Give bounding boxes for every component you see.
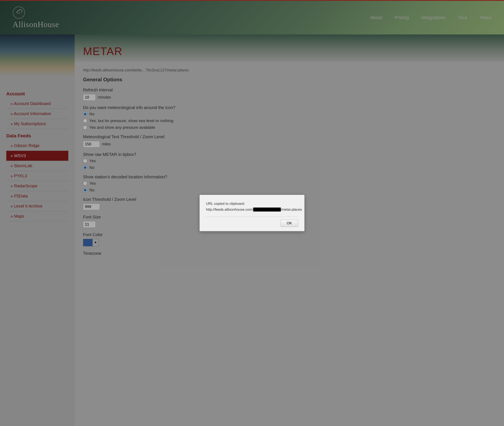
modal-footer: OK [206,217,298,227]
modal-title-line: URL copied to clipboard: [206,202,245,206]
modal-url-masked [253,207,281,212]
modal-ok-button[interactable]: OK [281,220,298,227]
modal-content: URL copied to clipboard: http://feeds.al… [206,201,298,212]
modal-overlay[interactable]: URL copied to clipboard: http://feeds.al… [0,0,504,426]
modal-box: URL copied to clipboard: http://feeds.al… [200,195,304,231]
modal-url-line: http://feeds.allisonhouse.com/ /metar.pl… [206,207,302,212]
